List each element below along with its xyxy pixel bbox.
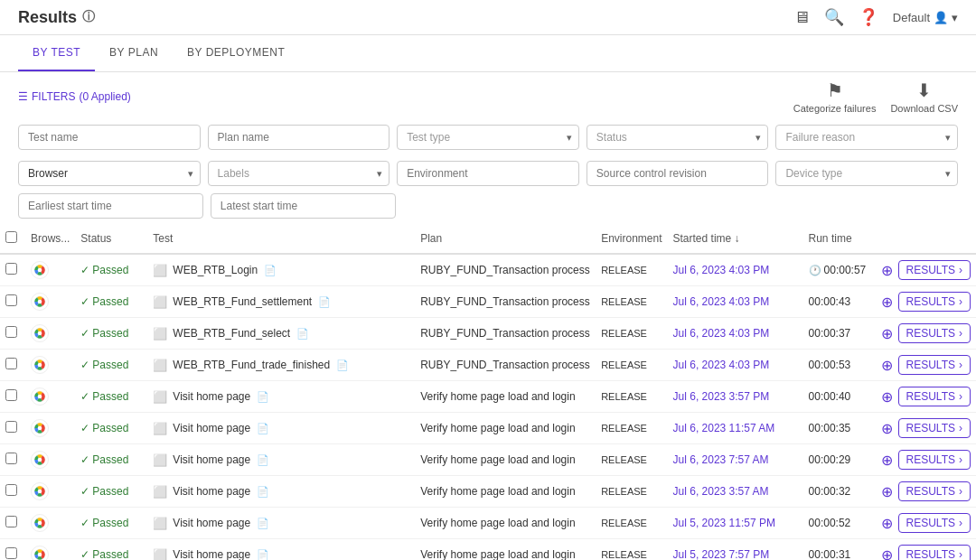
filters-toggle[interactable]: ☰ FILTERS (0 Applied)	[18, 90, 131, 103]
add-result-icon[interactable]: ⊕	[881, 294, 893, 311]
browser-cell	[25, 318, 75, 350]
browser-select[interactable]: Browser	[18, 161, 201, 186]
categorize-failures-button[interactable]: ⚑ Categorize failures	[793, 79, 877, 114]
test-name[interactable]: WEB_RTB_Fund_settlement	[173, 295, 312, 308]
download-csv-button[interactable]: ⬇ Download CSV	[890, 79, 958, 114]
row-checkbox[interactable]	[5, 453, 17, 464]
device-type-select[interactable]: Device type	[775, 161, 958, 186]
row-checkbox[interactable]	[5, 294, 17, 306]
row-checkbox[interactable]	[5, 326, 17, 338]
tab-by-plan[interactable]: BY PLAN	[95, 35, 173, 71]
status-passed: ✓ Passed	[80, 359, 142, 371]
test-name[interactable]: Visit home page	[173, 422, 250, 434]
results-button[interactable]: RESULTS ›	[898, 355, 971, 375]
results-button[interactable]: RESULTS ›	[898, 513, 971, 533]
test-name[interactable]: Visit home page	[173, 453, 250, 466]
browser-icon	[31, 514, 49, 532]
results-button[interactable]: RESULTS ›	[898, 418, 971, 438]
labels-select[interactable]: Labels	[208, 161, 390, 186]
add-result-icon[interactable]: ⊕	[881, 452, 893, 469]
svg-point-1	[38, 268, 42, 273]
add-result-icon[interactable]: ⊕	[881, 262, 893, 279]
status-label[interactable]: Passed	[92, 517, 128, 529]
status-label[interactable]: Passed	[92, 264, 128, 276]
row-checkbox[interactable]	[5, 358, 17, 369]
results-button[interactable]: RESULTS ›	[898, 387, 971, 406]
started-time-value: Jul 6, 2023 4:03 PM	[673, 359, 770, 371]
status-label[interactable]: Passed	[92, 422, 128, 434]
results-button[interactable]: RESULTS ›	[898, 292, 971, 312]
status-label[interactable]: Passed	[92, 390, 128, 403]
status-select[interactable]: Status	[587, 125, 769, 150]
user-avatar-icon: 👤	[934, 11, 948, 24]
failure-reason-select[interactable]: Failure reason	[775, 125, 958, 150]
status-passed: ✓ Passed	[80, 390, 142, 403]
test-name-input[interactable]	[18, 125, 201, 150]
results-button[interactable]: RESULTS ›	[898, 450, 971, 470]
status-passed: ✓ Passed	[80, 327, 142, 340]
col-started-time[interactable]: Started time ↓	[668, 224, 803, 254]
status-label[interactable]: Passed	[92, 327, 128, 340]
results-button[interactable]: RESULTS ›	[898, 545, 971, 560]
tab-by-test[interactable]: BY TEST	[18, 35, 95, 71]
source-control-input[interactable]	[587, 161, 769, 186]
test-type-select[interactable]: Test type	[397, 125, 579, 150]
plan-name: Verify home page load and login	[420, 453, 575, 466]
user-menu[interactable]: Default 👤 ▾	[893, 11, 958, 24]
table-header-row: Brows... Status Test Plan Environment St…	[0, 224, 976, 254]
row-checkbox[interactable]	[5, 516, 17, 527]
add-result-icon[interactable]: ⊕	[881, 388, 893, 406]
source-control-filter	[587, 161, 769, 186]
started-time-value: Jul 5, 2023 11:57 PM	[673, 517, 775, 529]
results-button[interactable]: RESULTS ›	[898, 481, 971, 501]
runtime-value: 00:00:29	[809, 453, 870, 466]
row-checkbox[interactable]	[5, 263, 17, 275]
environment-cell: RELEASE	[596, 318, 667, 350]
status-cell: ✓ Passed	[75, 413, 147, 444]
add-result-icon[interactable]: ⊕	[881, 325, 893, 342]
status-label[interactable]: Passed	[92, 359, 128, 371]
chevron-down-icon: ▾	[952, 11, 958, 24]
test-name[interactable]: Visit home page	[173, 548, 250, 560]
browser-cell	[25, 444, 75, 476]
test-name-filter	[18, 125, 201, 150]
status-label[interactable]: Passed	[92, 295, 128, 308]
add-result-icon[interactable]: ⊕	[881, 515, 893, 532]
plan-name-input[interactable]	[208, 125, 390, 150]
chevron-right-icon: ›	[959, 548, 962, 560]
info-icon[interactable]: ⓘ	[82, 9, 95, 25]
runtime-cell: 00:00:35	[803, 413, 876, 444]
add-result-icon[interactable]: ⊕	[881, 483, 893, 500]
test-name[interactable]: Visit home page	[173, 517, 250, 529]
add-result-icon[interactable]: ⊕	[881, 420, 893, 437]
latest-start-time-input[interactable]	[211, 193, 396, 219]
row-checkbox[interactable]	[5, 547, 17, 559]
plan-name: RUBY_FUND_Transaction process	[420, 295, 590, 308]
row-checkbox[interactable]	[5, 389, 17, 401]
test-name[interactable]: WEB_RTB_Fund_select	[173, 327, 290, 340]
earliest-start-time-input[interactable]	[18, 193, 203, 219]
tab-by-deployment[interactable]: BY DEPLOYMENT	[173, 35, 299, 71]
status-label[interactable]: Passed	[92, 485, 128, 498]
chevron-right-icon: ›	[959, 390, 962, 403]
environment-input[interactable]	[397, 161, 579, 186]
add-result-icon[interactable]: ⊕	[881, 546, 893, 561]
status-label[interactable]: Passed	[92, 453, 128, 466]
row-checkbox[interactable]	[5, 484, 17, 496]
monitor-icon[interactable]: 🖥	[793, 8, 810, 27]
results-button[interactable]: RESULTS ›	[898, 323, 971, 343]
test-name[interactable]: WEB_RTB_Fund_trade_finished	[173, 359, 330, 371]
test-name[interactable]: Visit home page	[173, 390, 250, 403]
status-label[interactable]: Passed	[92, 548, 128, 560]
test-name[interactable]: Visit home page	[173, 485, 250, 498]
row-checkbox[interactable]	[5, 421, 17, 433]
search-icon[interactable]: 🔍	[824, 7, 844, 27]
status-passed: ✓ Passed	[80, 295, 142, 308]
select-all-checkbox[interactable]	[5, 231, 17, 243]
help-icon[interactable]: ❓	[859, 7, 878, 27]
results-button[interactable]: RESULTS ›	[898, 260, 971, 280]
test-name[interactable]: WEB_RTB_Login	[173, 264, 258, 276]
checkmark-icon: ✓	[80, 359, 89, 371]
environment-cell: RELEASE	[596, 350, 667, 381]
add-result-icon[interactable]: ⊕	[881, 357, 893, 374]
